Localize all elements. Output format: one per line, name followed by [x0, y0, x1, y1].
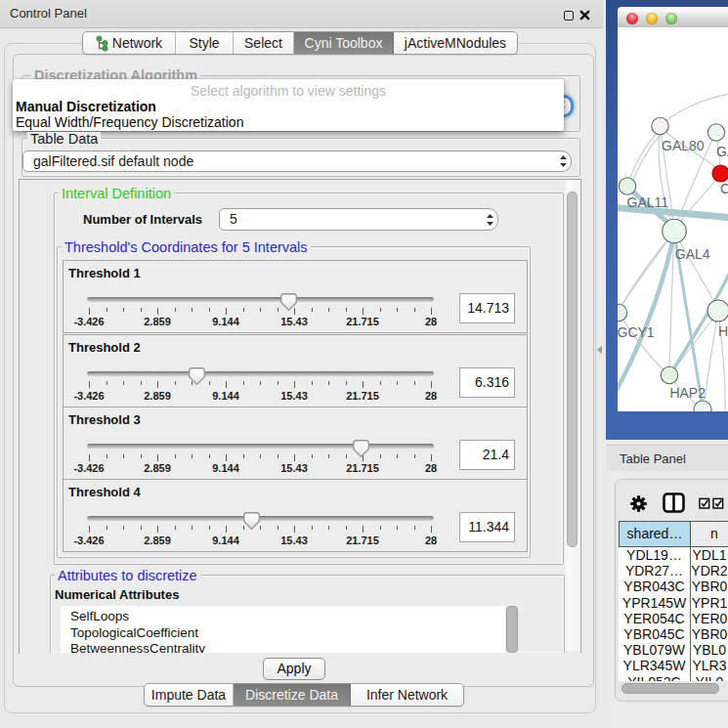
svg-text:CR: CR — [720, 181, 728, 196]
svg-text:GAL80: GAL80 — [662, 138, 705, 153]
svg-text:GCY1: GCY1 — [618, 324, 655, 340]
svg-text:GAL4: GAL4 — [675, 246, 710, 262]
svg-text:GA: GA — [716, 144, 728, 159]
svg-text:HAP2: HAP2 — [669, 385, 706, 401]
svg-text:GAL11: GAL11 — [627, 194, 669, 210]
svg-text:H: H — [718, 323, 728, 339]
